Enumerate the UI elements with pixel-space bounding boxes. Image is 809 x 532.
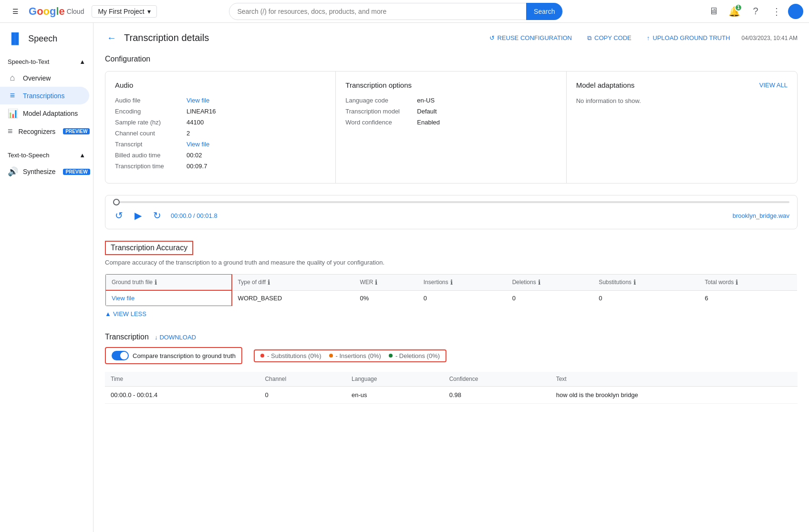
th-trans-channel: Channel xyxy=(259,372,346,387)
transcription-model-row: Transcription model Default xyxy=(345,108,556,115)
copy-code-button[interactable]: ⧉ COPY CODE xyxy=(583,32,635,44)
audio-player: ↺ ▶ ↻ 00:00.0 / 00:01.8 brooklyn_bridge.… xyxy=(105,195,798,229)
th-trans-language: Language xyxy=(346,372,444,387)
upload-ground-truth-button[interactable]: ↑ UPLOAD GROUND TRUTH xyxy=(643,32,734,43)
more-options-icon[interactable]: ⋮ xyxy=(767,2,786,21)
chevron-up-icon: ▲ xyxy=(79,58,85,65)
download-icon: ↓ xyxy=(155,334,158,341)
info-icon-insertions[interactable]: ℹ xyxy=(450,278,453,286)
chevron-up-icon-view-less: ▲ xyxy=(105,310,111,317)
avatar[interactable] xyxy=(788,4,803,19)
help-icon[interactable]: ? xyxy=(746,2,765,21)
compare-label: Compare transcription to ground truth xyxy=(133,352,236,359)
configuration-title: Configuration xyxy=(105,55,798,63)
accuracy-description: Compare accuracy of the transcription to… xyxy=(105,259,798,266)
legend-container: - Substitutions (0%) - Insertions (0%) -… xyxy=(254,349,446,362)
rewind-button[interactable]: ↺ xyxy=(113,208,125,223)
compare-toggle-container: Compare transcription to ground truth xyxy=(105,347,242,364)
toggle-thumb xyxy=(120,352,128,359)
td-trans-confidence: 0.98 xyxy=(444,387,550,404)
product-header: ▐▌ Speech xyxy=(0,27,93,51)
model-adaptations-icon: 📊 xyxy=(8,108,17,119)
page-header-left: ← Transcription details xyxy=(105,31,209,45)
th-ground-truth: Ground truth file ℹ xyxy=(105,274,232,290)
td-insertions: 0 xyxy=(418,290,507,306)
download-link[interactable]: ↓ DOWNLOAD xyxy=(155,334,196,341)
th-trans-text: Text xyxy=(550,372,798,387)
legend-substitutions: - Substitutions (0%) xyxy=(260,352,321,359)
transcription-accuracy-title: Transcription Accuracy xyxy=(111,244,187,252)
audio-file-row: Audio file View file xyxy=(115,97,326,104)
product-icon: ▐▌ xyxy=(8,32,22,45)
th-type-of-diff: Type of diff ℹ xyxy=(232,274,354,290)
td-type-of-diff: WORD_BASED xyxy=(232,290,354,306)
td-deletions: 0 xyxy=(507,290,593,306)
td-substitutions: 0 xyxy=(593,290,699,306)
sidebar-item-synthesize[interactable]: 🔊 Synthesize PREVIEW xyxy=(0,163,89,181)
sidebar-item-transcriptions[interactable]: ≡ Transcriptions xyxy=(0,87,89,104)
sidebar-item-model-adaptations[interactable]: 📊 Model Adaptations xyxy=(0,104,89,123)
upload-icon: ↑ xyxy=(647,34,650,41)
progress-thumb[interactable] xyxy=(113,199,120,205)
compare-toggle[interactable] xyxy=(112,351,129,360)
transcription-table: Time Channel Language Confidence Text 00… xyxy=(105,372,798,404)
info-icon-type-diff[interactable]: ℹ xyxy=(268,278,270,286)
preview-badge-synthesize: PREVIEW xyxy=(63,169,90,175)
deletions-dot xyxy=(389,354,393,358)
transcription-header: Transcription ↓ DOWNLOAD xyxy=(105,333,798,341)
info-icon-deletions[interactable]: ℹ xyxy=(538,278,540,286)
info-icon-substitutions[interactable]: ℹ xyxy=(633,278,636,286)
recognizers-icon: ≡ xyxy=(8,126,13,136)
sidebar-item-recognizers[interactable]: ≡ Recognizers PREVIEW xyxy=(0,123,89,140)
ground-truth-file-link[interactable]: View file xyxy=(112,295,135,302)
configuration-section: Configuration Audio Audio file View file… xyxy=(105,55,798,184)
th-deletions: Deletions ℹ xyxy=(507,274,593,290)
th-wer: WER ℹ xyxy=(354,274,417,290)
info-icon-total-words[interactable]: ℹ xyxy=(736,278,738,286)
sidebar-section-tts-header[interactable]: Text-to-Speech ▲ xyxy=(0,148,93,163)
sidebar-item-overview[interactable]: ⌂ Overview xyxy=(0,69,89,87)
td-ground-truth: View file xyxy=(105,290,232,306)
info-icon-wer[interactable]: ℹ xyxy=(375,278,377,286)
transcriptions-icon: ≡ xyxy=(8,91,17,101)
view-all-link[interactable]: VIEW ALL xyxy=(759,82,788,89)
preview-badge: PREVIEW xyxy=(63,128,90,134)
view-less-button[interactable]: ▲ VIEW LESS xyxy=(105,307,146,321)
legend-insertions: - Insertions (0%) xyxy=(329,352,381,359)
info-icon-ground-truth[interactable]: ℹ xyxy=(155,278,157,286)
accuracy-table: Ground truth file ℹ Type of diff ℹ xyxy=(105,274,798,307)
chevron-down-icon: ▾ xyxy=(147,8,151,15)
header-actions: ↺ REUSE CONFIGURATION ⧉ COPY CODE ↑ UPLO… xyxy=(486,32,798,44)
reuse-configuration-button[interactable]: ↺ REUSE CONFIGURATION xyxy=(486,32,576,43)
reuse-icon: ↺ xyxy=(489,34,495,41)
forward-button[interactable]: ↻ xyxy=(151,208,163,223)
menu-icon[interactable]: ☰ xyxy=(6,2,25,21)
sidebar-section-stt-header[interactable]: Speech-to-Text ▲ xyxy=(0,54,93,69)
cast-icon[interactable]: 🖥 xyxy=(704,2,723,21)
audio-progress-bar[interactable] xyxy=(113,201,789,203)
notification-count: 1 xyxy=(735,4,742,11)
topbar: ☰ Google Cloud My First Project ▾ Search… xyxy=(0,0,809,23)
page-header: ← Transcription details ↺ REUSE CONFIGUR… xyxy=(105,31,798,45)
th-total-words: Total words ℹ xyxy=(699,274,798,290)
channel-count-row: Channel count 2 xyxy=(115,130,326,137)
audio-file-link[interactable]: View file xyxy=(187,97,209,104)
main-content: ← Transcription details ↺ REUSE CONFIGUR… xyxy=(93,23,809,532)
search-input[interactable] xyxy=(237,8,526,15)
td-trans-time: 00:00.0 - 00:01.4 xyxy=(105,387,259,404)
page-title: Transcription details xyxy=(124,32,209,43)
product-name: Speech xyxy=(28,34,57,44)
model-adaptations-card: Model adaptations VIEW ALL No informatio… xyxy=(567,72,797,183)
audio-filename-link[interactable]: brooklyn_bridge.wav xyxy=(733,212,789,219)
legend-deletions: - Deletions (0%) xyxy=(389,352,440,359)
transcript-link[interactable]: View file xyxy=(187,141,209,148)
substitutions-dot xyxy=(260,354,264,358)
back-button[interactable]: ← xyxy=(105,31,118,45)
copy-icon: ⧉ xyxy=(587,34,591,42)
play-button[interactable]: ▶ xyxy=(133,208,144,223)
search-button[interactable]: Search xyxy=(526,3,562,20)
notifications-icon[interactable]: 🔔 xyxy=(725,2,744,21)
th-trans-time: Time xyxy=(105,372,259,387)
transcription-time-row: Transcription time 00:09.7 xyxy=(115,163,326,170)
project-selector[interactable]: My First Project ▾ xyxy=(92,5,156,18)
